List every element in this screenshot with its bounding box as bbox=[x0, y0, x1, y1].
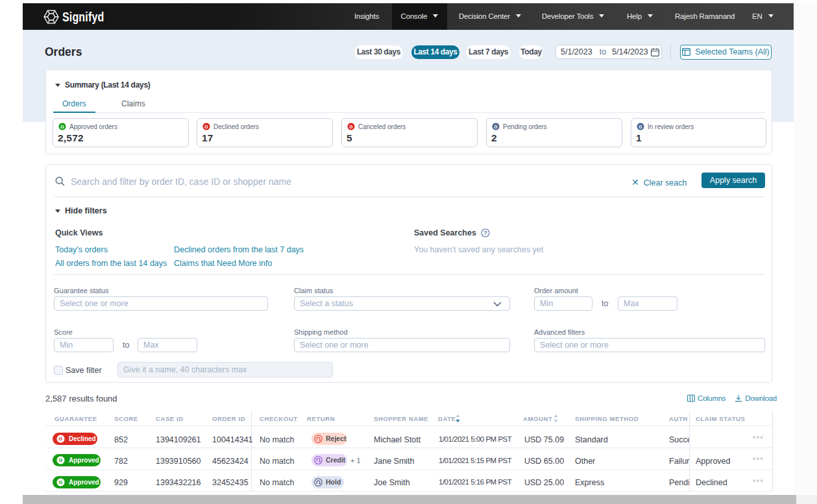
svg-text:G: G bbox=[59, 436, 63, 442]
svg-text:G: G bbox=[639, 125, 642, 129]
svg-text:G: G bbox=[59, 479, 63, 485]
svg-text:G: G bbox=[59, 457, 63, 463]
svg-text:G: G bbox=[204, 125, 208, 129]
svg-text:G: G bbox=[349, 125, 352, 129]
svg-text:?: ? bbox=[484, 230, 488, 236]
svg-text:G: G bbox=[494, 125, 497, 129]
svg-text:G: G bbox=[60, 125, 64, 129]
